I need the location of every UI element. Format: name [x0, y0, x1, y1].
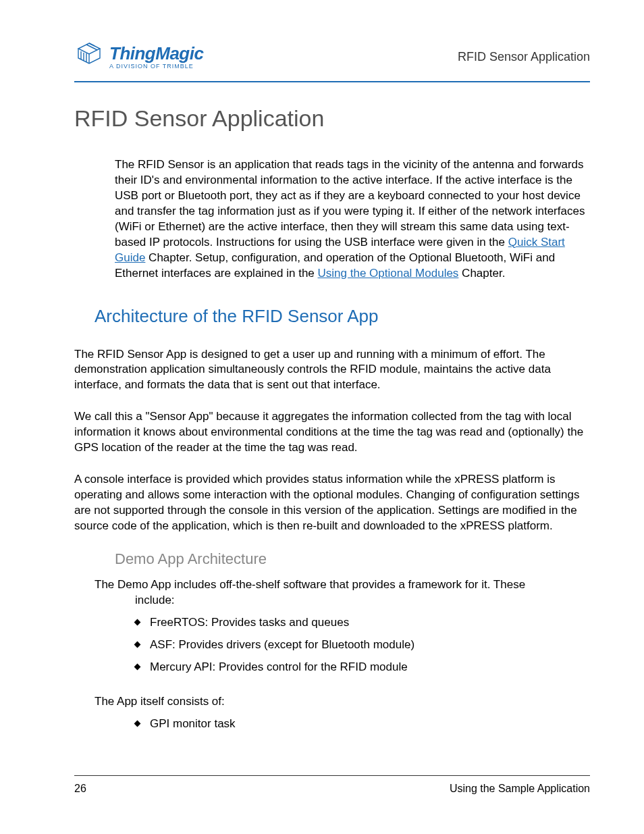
svg-marker-0 — [78, 43, 100, 54]
framework-list: FreeRTOS: Provides tasks and queues ASF:… — [135, 615, 590, 675]
intro-paragraph: The RFID Sensor is an application that r… — [115, 157, 590, 282]
consists-list: GPI monitor task — [135, 716, 590, 732]
optional-modules-link[interactable]: Using the Optional Modules — [318, 267, 459, 280]
svg-line-5 — [89, 43, 95, 46]
list-item: GPI monitor task — [135, 716, 590, 732]
demo-intro-line1: The Demo App includes off-the-shelf soft… — [95, 578, 525, 591]
demo-intro: The Demo App includes off-the-shelf soft… — [95, 577, 590, 608]
header-section-title: RFID Sensor Application — [458, 50, 590, 64]
logo-title: ThingMagic — [109, 45, 203, 62]
architecture-heading: Architecture of the RFID Sensor App — [95, 306, 590, 327]
arch-paragraph-1: The RFID Sensor App is designed to get a… — [74, 347, 590, 394]
intro-text-1: The RFID Sensor is an application that r… — [115, 158, 585, 249]
page-title: RFID Sensor Application — [74, 105, 590, 132]
demo-intro-line2: include: — [135, 593, 175, 608]
footer-label: Using the Sample Application — [450, 783, 590, 795]
page-header: ThingMagic A DIVISION OF TRIMBLE RFID Se… — [74, 41, 590, 82]
logo: ThingMagic A DIVISION OF TRIMBLE — [74, 41, 203, 73]
page: ThingMagic A DIVISION OF TRIMBLE RFID Se… — [0, 0, 644, 834]
svg-line-6 — [86, 45, 97, 50]
page-footer: 26 Using the Sample Application — [74, 775, 590, 795]
list-item: Mercury API: Provides control for the RF… — [135, 660, 590, 675]
demo-heading: Demo App Architecture — [115, 550, 590, 568]
page-number: 26 — [74, 783, 86, 795]
logo-text: ThingMagic A DIVISION OF TRIMBLE — [109, 45, 203, 70]
app-consists-label: The App itself consists of: — [95, 694, 590, 710]
arch-paragraph-2: We call this a "Sensor App" because it a… — [74, 409, 590, 456]
list-item: ASF: Provides drivers (except for Blueto… — [135, 637, 590, 653]
logo-subtitle: A DIVISION OF TRIMBLE — [109, 63, 203, 70]
list-item: FreeRTOS: Provides tasks and queues — [135, 615, 590, 631]
logo-icon — [74, 41, 104, 73]
intro-text-3: Chapter. — [458, 267, 505, 280]
arch-paragraph-3: A console interface is provided which pr… — [74, 472, 590, 534]
